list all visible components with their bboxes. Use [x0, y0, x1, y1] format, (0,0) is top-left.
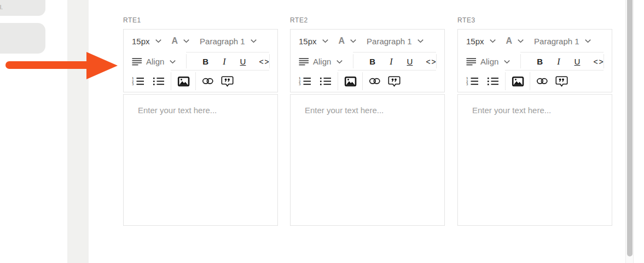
insert-image-button[interactable] [177, 76, 190, 87]
numbered-list-button[interactable] [466, 77, 479, 86]
toolbar-separator [505, 70, 604, 71]
placeholder-text: Enter your text here... [138, 106, 217, 115]
toolbar-separator [604, 54, 604, 68]
blockquote-button[interactable] [388, 76, 401, 87]
font-color-label: A [506, 36, 513, 46]
left-panel-pill-top [0, 0, 45, 16]
toolbar-separator [171, 70, 269, 71]
paragraph-format-value: Paragraph 1 [534, 37, 579, 46]
font-size-dropdown[interactable]: 15px [132, 37, 162, 46]
blockquote-button[interactable] [555, 76, 568, 87]
image-icon [512, 76, 524, 87]
toolbar-separator [436, 54, 437, 68]
link-icon [369, 77, 380, 85]
rte-content-area[interactable]: Enter your text here... [290, 94, 445, 226]
rte-label: RTE1 [123, 16, 278, 25]
font-color-dropdown[interactable]: A [172, 36, 190, 46]
toolbar-separator [353, 52, 436, 52]
rte-label: RTE2 [290, 16, 445, 25]
link-icon [536, 77, 548, 85]
chevron-down-icon [417, 39, 424, 43]
rte-toolbar: 15px A Paragraph 1 Align B I U <> [123, 29, 278, 92]
bold-button[interactable]: B [202, 57, 208, 66]
chevron-down-icon [169, 60, 176, 64]
bullet-list-button[interactable] [319, 77, 332, 86]
chevron-down-icon [489, 39, 496, 43]
rte-content-area[interactable]: Enter your text here... [457, 94, 612, 226]
arrow-shaft [5, 61, 94, 69]
numbered-list-button[interactable] [132, 77, 144, 86]
chevron-down-icon [503, 60, 510, 64]
blockquote-icon [555, 76, 568, 87]
toolbar-separator [362, 72, 363, 90]
blockquote-icon [221, 76, 234, 87]
scrollbar-track[interactable] [625, 0, 634, 263]
rte-label: RTE3 [457, 16, 612, 25]
scrollbar-thumb[interactable] [627, 0, 633, 256]
toolbar-separator [171, 72, 171, 90]
align-label: Align [480, 57, 498, 66]
source-code-button[interactable]: <> [259, 57, 270, 66]
font-color-dropdown[interactable]: A [339, 36, 357, 46]
paragraph-format-dropdown[interactable]: Paragraph 1 [367, 37, 424, 46]
toolbar-separator [530, 72, 530, 90]
font-size-dropdown[interactable]: 15px [299, 37, 329, 46]
italic-button[interactable]: I [223, 57, 225, 67]
toolbar-separator [269, 54, 270, 68]
italic-button[interactable]: I [557, 57, 560, 67]
placeholder-text: Enter your text here... [305, 106, 384, 115]
blockquote-button[interactable] [221, 76, 234, 87]
source-code-button[interactable]: <> [593, 57, 604, 66]
toolbar-separator [186, 54, 187, 68]
numbered-list-icon [132, 77, 144, 86]
rte-toolbar: 15px A Paragraph 1 Align B I U <> [457, 29, 612, 92]
create-link-button[interactable] [202, 77, 213, 85]
font-size-value: 15px [466, 37, 484, 46]
italic-button[interactable]: I [390, 57, 392, 67]
toolbar-separator [338, 70, 436, 71]
source-code-button[interactable]: <> [426, 57, 437, 66]
image-icon [344, 76, 357, 87]
paragraph-format-value: Paragraph 1 [367, 37, 412, 46]
align-icon [132, 58, 142, 66]
rte-content-area[interactable]: Enter your text here... [123, 94, 278, 226]
paragraph-format-dropdown[interactable]: Paragraph 1 [200, 37, 257, 46]
align-icon [299, 58, 309, 66]
arrow-head [86, 52, 118, 79]
font-color-dropdown[interactable]: A [506, 36, 525, 46]
chevron-down-icon [183, 39, 190, 43]
align-dropdown[interactable]: Align [299, 57, 343, 66]
align-dropdown[interactable]: Align [132, 57, 176, 66]
align-label: Align [146, 57, 164, 66]
font-size-dropdown[interactable]: 15px [466, 37, 496, 46]
rich-text-editor-1: RTE1 15px A Paragraph 1 Align B I [123, 16, 278, 226]
insert-image-button[interactable] [512, 76, 524, 87]
numbered-list-button[interactable] [299, 77, 311, 86]
numbered-list-icon [466, 77, 479, 86]
chevron-down-icon [155, 39, 162, 43]
rich-text-editor-3: RTE3 15px A Paragraph 1 Align B I [457, 16, 612, 226]
bullet-list-icon [152, 77, 165, 86]
font-size-value: 15px [132, 37, 150, 46]
insert-image-button[interactable] [344, 76, 357, 87]
font-size-value: 15px [299, 37, 317, 46]
align-icon [466, 58, 477, 66]
chevron-down-icon [322, 39, 329, 43]
font-color-label: A [172, 36, 178, 46]
align-dropdown[interactable]: Align [466, 57, 510, 66]
bullet-list-button[interactable] [152, 77, 165, 86]
create-link-button[interactable] [536, 77, 548, 85]
underline-button[interactable]: U [575, 57, 581, 66]
bold-button[interactable]: B [369, 57, 375, 66]
chevron-down-icon [584, 39, 591, 43]
paragraph-format-dropdown[interactable]: Paragraph 1 [534, 37, 591, 46]
bold-button[interactable]: B [537, 57, 543, 66]
font-color-label: A [339, 36, 345, 46]
create-link-button[interactable] [369, 77, 380, 85]
toolbar-separator [338, 72, 338, 90]
vertical-gutter-strip [67, 0, 89, 263]
underline-button[interactable]: U [240, 57, 246, 66]
underline-button[interactable]: U [407, 57, 413, 66]
numbered-list-icon [299, 77, 311, 86]
bullet-list-button[interactable] [486, 77, 499, 86]
